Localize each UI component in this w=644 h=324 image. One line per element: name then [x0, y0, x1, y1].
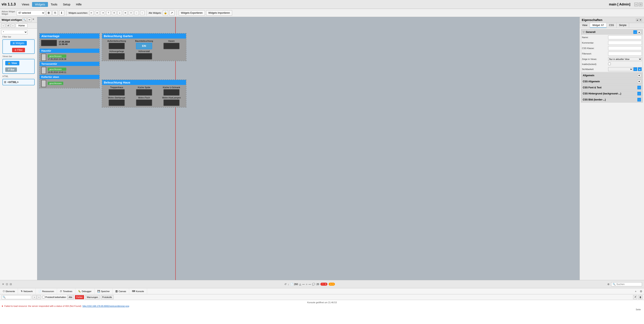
download-icon[interactable]: ↓: [288, 283, 289, 286]
dt-tab-canvas[interactable]: 🖼 Canvas: [113, 288, 129, 294]
console-filter-alle[interactable]: Alle: [67, 295, 74, 299]
dt-tab-ressourcen[interactable]: 📄 Ressourcen: [36, 288, 57, 294]
align-center-h-btn[interactable]: ⇔: [95, 11, 99, 15]
tab-widget[interactable]: Widget: 67: [590, 23, 606, 28]
tab-skripte[interactable]: Skripte: [616, 23, 629, 28]
devtools-add-btn[interactable]: +: [633, 289, 638, 294]
delete-widget-btn[interactable]: 🗑: [46, 10, 52, 16]
view-btn[interactable]: 🔒 View: [5, 61, 19, 65]
prop-input-filterwort[interactable]: [608, 52, 642, 56]
bel-haus-toggle-3[interactable]: [108, 99, 125, 106]
console-filter-warnungen[interactable]: Warnungen: [85, 295, 99, 299]
bel-haus-toggle-1[interactable]: [136, 89, 152, 96]
menu-setup[interactable]: Setup: [60, 2, 73, 7]
bel-haus-toggle-4[interactable]: [136, 99, 152, 106]
dt-tab-netzwerk[interactable]: ⇅ Netzwerk: [18, 288, 36, 294]
bel-toggle-4[interactable]: [136, 53, 152, 60]
window-minimize-btn[interactable]: –: [634, 3, 638, 6]
allgemein-header[interactable]: Allgemein ▼: [581, 73, 642, 78]
same-width-btn[interactable]: ↔: [134, 11, 139, 15]
home-tab[interactable]: Home: [16, 24, 28, 28]
canvas-area[interactable]: Alarmanlage 17.05.2018 11:50:40 Haustür: [37, 17, 580, 280]
generell-collapse-btn[interactable]: –: [633, 30, 637, 34]
same-height-btn[interactable]: ↕: [140, 11, 144, 15]
dt-tab-timelines[interactable]: ⏱ Timelines: [57, 288, 75, 294]
bel-haus-toggle-2[interactable]: [164, 89, 180, 96]
rp-scroll-down[interactable]: ▼: [639, 19, 642, 21]
bel-toggle-2[interactable]: [164, 43, 180, 49]
alarm-toggle[interactable]: [41, 40, 57, 46]
align-bottom-btn[interactable]: ⇣: [118, 11, 122, 15]
dt-tab-speicher[interactable]: 💾 Speicher: [94, 288, 113, 294]
devtools-settings-btn[interactable]: ⚙: [638, 289, 644, 294]
export-icon-btn[interactable]: ↗: [169, 10, 174, 16]
menu-hilfe[interactable]: Hilfe: [73, 2, 84, 7]
console-search-input[interactable]: [6, 296, 30, 298]
info-widget-btn[interactable]: ℹ: [59, 10, 64, 16]
sichtbarkeit-btn-plus[interactable]: ▲: [638, 67, 642, 71]
prop-select-zeige-views[interactable]: Nur in aktueller View: [608, 57, 642, 61]
sichtbarkeit-btn-minus[interactable]: –: [633, 67, 637, 71]
prop-checkbox-inaktiv[interactable]: [608, 63, 611, 65]
bel-toggle-on-1[interactable]: EIN: [136, 43, 152, 49]
widget-card-widgets[interactable]: ⊞ Widgets ⊘ Filter: [2, 39, 35, 54]
close-panel-btn[interactable]: ✕: [32, 18, 36, 21]
console-clear-btn[interactable]: 🗑: [638, 295, 642, 299]
bar-btn[interactable]: ↺ Bar: [5, 67, 17, 72]
css-allgemein-expand-btn[interactable]: ▼: [637, 80, 641, 83]
reload-icon[interactable]: ↺: [284, 283, 286, 286]
dt-tab-debugger[interactable]: 🐛 Debugger: [75, 288, 94, 294]
align-right-btn[interactable]: ⇥: [100, 11, 105, 15]
menu-views[interactable]: Views: [19, 2, 32, 7]
css-allgemein-header[interactable]: CSS Allgemein ▼: [581, 79, 642, 84]
generell-header[interactable]: ▽ Generell – ▲: [581, 30, 642, 35]
copy-widget-btn[interactable]: ⎘: [52, 10, 58, 16]
dt-tab-elemente[interactable]: ⬡ Elemente: [0, 288, 18, 294]
console-search-box[interactable]: 🔍: [2, 295, 31, 299]
bel-toggle-0[interactable]: [108, 43, 125, 49]
nav-reload-btn[interactable]: ↺: [6, 24, 10, 28]
console-nav-next[interactable]: ›: [37, 295, 41, 299]
widget-select[interactable]: 67 selected: [17, 10, 45, 16]
location-icon[interactable]: ⊕: [607, 283, 610, 286]
protokoll-beibehalten-checkbox[interactable]: [42, 296, 45, 298]
css-hintergrund-header[interactable]: CSS Hintergrund (background-...) –: [581, 91, 642, 96]
css-font-btn[interactable]: –: [637, 86, 641, 89]
css-bild-header[interactable]: CSS Bild (border-...) –: [581, 97, 642, 102]
filter-btn[interactable]: ⊘ Filter: [12, 48, 25, 52]
prop-select-sichtbarkeit[interactable]: [608, 67, 633, 71]
menu-tools[interactable]: Tools: [48, 2, 60, 7]
allgemein-expand-btn[interactable]: ▼: [637, 74, 641, 77]
prop-input-css-klasse[interactable]: [608, 46, 642, 50]
rp-scroll-up[interactable]: ▲: [636, 19, 639, 21]
distribute-h-btn[interactable]: ⇹: [123, 11, 128, 15]
menu-widgets[interactable]: Widgets: [32, 2, 48, 7]
console-error-link[interactable]: http://192.168.178.65:8082/vis/icon/dimm…: [82, 305, 129, 307]
align-top-btn[interactable]: ⇡: [106, 11, 110, 15]
filter-star-select[interactable]: *: [1, 30, 28, 34]
split-icon[interactable]: ⊟: [10, 283, 12, 286]
widgets-btn[interactable]: ⊞ Widgets: [10, 41, 26, 45]
export-widgets-btn[interactable]: Widgets Exportieren: [179, 10, 205, 16]
console-reload-btn[interactable]: ↺: [633, 295, 637, 299]
tab-view[interactable]: View: [580, 23, 590, 28]
bel-haus-toggle-0[interactable]: [108, 89, 125, 96]
bel-toggle-3[interactable]: [108, 53, 125, 60]
search-box[interactable]: 🔍: [611, 282, 642, 286]
console-nav-prev[interactable]: ‹: [32, 295, 36, 299]
bel-haus-toggle-5[interactable]: [164, 99, 180, 106]
lock-widgets-btn[interactable]: 🔒: [163, 10, 168, 16]
search-input[interactable]: [616, 283, 640, 286]
prop-input-name[interactable]: [608, 35, 642, 39]
align-left-btn[interactable]: ⇤: [89, 11, 94, 15]
duplicate-icon[interactable]: ⊡: [6, 283, 8, 286]
css-hintergrund-btn[interactable]: –: [637, 92, 641, 95]
dt-tab-konsole[interactable]: ⌨ Konsole: [129, 288, 147, 294]
css-font-header[interactable]: CSS Font & Text –: [581, 85, 642, 90]
distribute-v-btn[interactable]: ⇳: [129, 11, 133, 15]
edit-btn[interactable]: ✏: [28, 18, 32, 22]
window-maximize-btn[interactable]: □: [639, 3, 642, 6]
css-bild-btn[interactable]: –: [637, 98, 641, 101]
console-filter-protokolle[interactable]: Protokolle: [101, 295, 114, 299]
tab-css[interactable]: CSS: [606, 23, 616, 28]
